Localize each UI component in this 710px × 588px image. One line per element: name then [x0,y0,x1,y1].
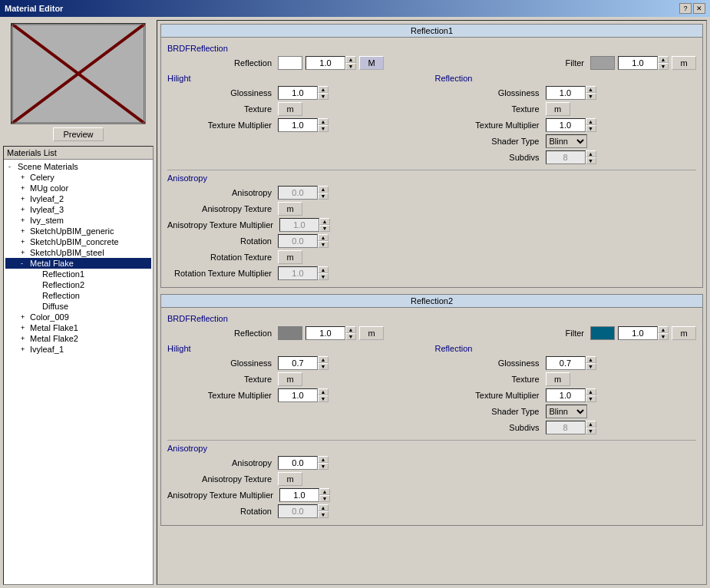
r1-rotation-input[interactable] [278,234,318,248]
reflection1-reflection-up[interactable]: ▲ [345,56,356,63]
reflection2-reflection-up[interactable]: ▲ [345,326,356,333]
r1-rottex-btn[interactable]: m [278,250,302,264]
reflection1-reflection-input[interactable] [305,56,345,70]
r2-shader-select[interactable]: Blinn Phong [546,405,587,418]
r1-htm-down[interactable]: ▼ [318,125,329,132]
r1-aniso-up[interactable]: ▲ [318,186,329,193]
reflection1-reflection-down[interactable]: ▼ [345,63,356,70]
r1-aniso-input[interactable] [278,186,318,200]
r2-aniso-input[interactable] [278,456,318,470]
r1-rtm-up[interactable]: ▲ [586,118,596,125]
reflection2-reflection-down[interactable]: ▼ [345,333,356,340]
r2-subdivs-input[interactable] [546,421,586,434]
r1-refl-gloss-input[interactable] [546,86,586,100]
r1-rot-up[interactable]: ▲ [318,234,329,241]
reflection1-filter-swatch[interactable] [590,56,615,70]
reflection1-filter-up[interactable]: ▲ [658,56,669,63]
r1-shader-select[interactable]: Blinn Phong [546,134,587,148]
tree-item-color-009[interactable]: +Color_009 [5,312,151,322]
r2-rot-up[interactable]: ▲ [318,504,329,511]
r1-rg-up[interactable]: ▲ [586,86,596,93]
tree-item-ivyleaf-1[interactable]: +Ivyleaf_1 [5,344,151,355]
tree-item-metal-flake2[interactable]: +Metal Flake2 [5,333,151,344]
r2-refl-texmult-input[interactable] [546,388,586,402]
r1-refl-tex-btn[interactable]: m [546,102,570,116]
r2-rtm-up[interactable]: ▲ [586,388,596,395]
r1-rg-down[interactable]: ▼ [586,93,596,100]
r1-subdiv-up[interactable]: ▲ [586,150,596,157]
reflection2-filter-m-btn[interactable]: m [672,326,696,340]
r1-refl-texmult-input[interactable] [546,118,586,132]
r1-rot-down[interactable]: ▼ [318,241,329,248]
materials-tree[interactable]: -Scene Materials+Celery+MUg color+Ivylea… [4,160,153,584]
r2-refl-gloss-input[interactable] [546,356,586,370]
r2-rotation-input[interactable] [278,504,318,518]
r1-hg-down[interactable]: ▼ [318,93,329,100]
r1-rtm-down[interactable]: ▼ [586,125,596,132]
tree-item-ivy-stem[interactable]: +Ivy_stem [5,215,151,226]
tree-item-celery[interactable]: +Celery [5,172,151,183]
reflection1-filter-down[interactable]: ▼ [658,63,669,70]
r1-hilight-tex-btn[interactable]: m [278,102,302,116]
tree-item-reflection1-child[interactable]: Reflection1 [5,269,151,279]
reflection1-filter-input[interactable] [618,56,658,70]
reflection2-reflection-swatch[interactable] [278,326,302,340]
tree-item-scene-materials[interactable]: -Scene Materials [5,161,151,172]
r2-atm-down[interactable]: ▼ [319,495,330,502]
r2-hilight-texmult-input[interactable] [278,388,318,402]
r2-refl-tex-btn[interactable]: m [546,372,570,386]
r1-aniso-tex-btn[interactable]: m [278,202,302,216]
right-scroll[interactable]: Reflection1 BRDFReflection Reflection ▲ … [157,21,706,584]
tree-item-metal-flake1[interactable]: +Metal Flake1 [5,322,151,333]
r2-hilight-gloss-input[interactable] [278,356,318,370]
r2-hg-up[interactable]: ▲ [318,356,329,363]
preview-button[interactable]: Preview [53,127,103,141]
reflection2-filter-input[interactable] [618,326,658,340]
r1-htm-up[interactable]: ▲ [318,118,329,125]
reflection1-filter-m-btn[interactable]: m [672,56,696,70]
r2-subdiv-down[interactable]: ▼ [586,428,596,434]
r2-atm-up[interactable]: ▲ [319,488,330,495]
tree-item-metal-flake[interactable]: -Metal Flake [5,258,151,269]
r2-aniso-texmult-input[interactable] [279,488,319,502]
reflection2-filter-up[interactable]: ▲ [658,326,669,333]
tree-item-sketchupbim-concrete[interactable]: +SketchUpBIM_concrete [5,236,151,247]
reflection1-reflection-swatch[interactable] [278,56,302,70]
r2-rg-down[interactable]: ▼ [586,363,596,370]
tree-item-sketchupbim-steel[interactable]: +SketchUpBIM_steel [5,247,151,258]
help-button[interactable]: ? [679,3,692,14]
tree-item-reflection2-child[interactable]: Reflection2 [5,279,151,290]
reflection2-reflection-input[interactable] [305,326,345,340]
r1-subdiv-down[interactable]: ▼ [586,157,596,164]
reflection1-reflection-m-btn[interactable]: M [359,56,384,70]
r2-rot-down[interactable]: ▼ [318,511,329,518]
r2-aniso-up[interactable]: ▲ [318,456,329,463]
r2-htm-up[interactable]: ▲ [318,388,329,395]
reflection2-reflection-m-btn[interactable]: m [359,326,384,340]
r1-rtmult-up[interactable]: ▲ [318,266,329,273]
tree-item-reflection-child[interactable]: Reflection [5,290,151,301]
r2-rtm-down[interactable]: ▼ [586,395,596,402]
r2-htm-down[interactable]: ▼ [318,395,329,402]
close-button[interactable]: ✕ [693,3,705,14]
reflection2-filter-down[interactable]: ▼ [658,333,669,340]
r1-hg-up[interactable]: ▲ [318,86,329,93]
tree-item-mug-color[interactable]: +MUg color [5,183,151,193]
r1-hilight-gloss-input[interactable] [278,86,318,100]
r1-rottexmult-input[interactable] [278,266,318,280]
reflection2-filter-swatch[interactable] [590,326,615,340]
r2-aniso-tex-btn[interactable]: m [278,472,302,486]
r1-rtmult-down[interactable]: ▼ [318,273,329,280]
tree-item-ivyleaf-2[interactable]: +Ivyleaf_2 [5,193,151,204]
r2-rg-up[interactable]: ▲ [586,356,596,363]
r1-aniso-texmult-input[interactable] [279,218,319,232]
r1-atm-down[interactable]: ▼ [319,225,330,232]
tree-item-ivyleaf-3[interactable]: +Ivyleaf_3 [5,204,151,215]
r2-aniso-down[interactable]: ▼ [318,463,329,470]
r1-subdivs-input[interactable] [546,150,586,164]
r1-aniso-down[interactable]: ▼ [318,193,329,200]
r2-hg-down[interactable]: ▼ [318,363,329,370]
r2-subdiv-up[interactable]: ▲ [586,421,596,428]
tree-item-diffuse-child[interactable]: Diffuse [5,301,151,312]
r1-atm-up[interactable]: ▲ [319,218,330,225]
